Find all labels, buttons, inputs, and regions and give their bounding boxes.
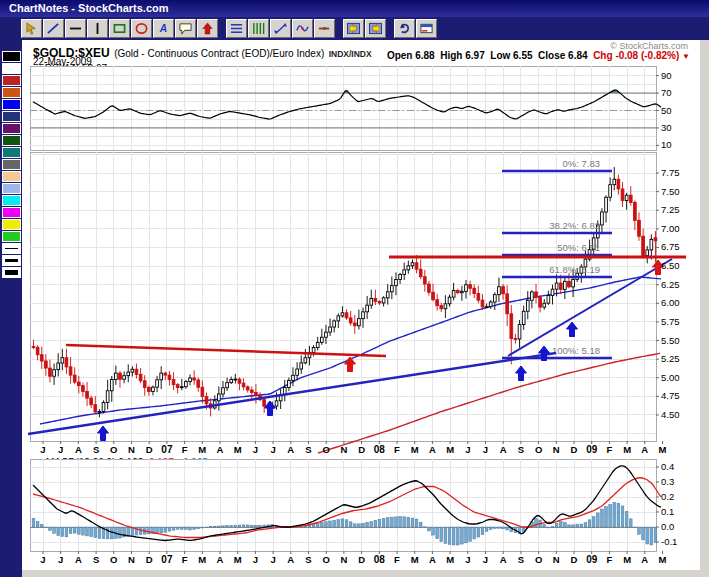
- svg-text:A: A: [75, 554, 82, 565]
- rectangle-icon: [112, 22, 127, 35]
- color-swatch-2[interactable]: [2, 75, 21, 86]
- svg-text:A: A: [429, 444, 436, 455]
- undo-button[interactable]: [394, 19, 415, 38]
- svg-text:O: O: [535, 554, 542, 565]
- svg-text:J: J: [270, 444, 275, 455]
- svg-text:N: N: [340, 554, 347, 565]
- svg-text:J: J: [40, 444, 45, 455]
- line-width-swatch-1[interactable]: [2, 255, 21, 266]
- chartnotes-window: ChartNotes - StockCharts.com A © StockCh…: [0, 0, 709, 577]
- right-margin: [700, 40, 709, 577]
- color-swatch-1[interactable]: [2, 63, 21, 74]
- arrow-annotation-tool-button[interactable]: [197, 19, 218, 38]
- pointer-tool-button[interactable]: [21, 19, 42, 38]
- ellipse-tool-button[interactable]: [131, 19, 152, 38]
- svg-text:S: S: [518, 554, 524, 565]
- svg-text:50: 50: [661, 105, 672, 116]
- shift-left-icon: [346, 22, 361, 35]
- svg-text:A: A: [217, 444, 224, 455]
- horizontal-lines-tool-button[interactable]: [226, 19, 247, 38]
- svg-text:N: N: [340, 444, 347, 455]
- color-swatch-7[interactable]: [2, 135, 21, 146]
- svg-text:M: M: [411, 554, 419, 565]
- svg-text:J: J: [58, 554, 63, 565]
- svg-text:A: A: [500, 554, 507, 565]
- line-width-swatch-2[interactable]: [2, 267, 21, 278]
- color-swatch-0[interactable]: [2, 51, 21, 62]
- svg-text:A: A: [500, 444, 507, 455]
- svg-text:M: M: [198, 444, 206, 455]
- text-tool-button[interactable]: A: [153, 19, 174, 38]
- vertical-lines-tool-button[interactable]: [248, 19, 269, 38]
- svg-text:0.1: 0.1: [661, 506, 674, 517]
- svg-text:F: F: [606, 444, 612, 455]
- measure-tool-button[interactable]: [314, 19, 335, 38]
- chart-canvas[interactable]: © StockCharts.com Open 6.88 High 6.97 Lo…: [22, 40, 700, 570]
- svg-text:N: N: [128, 444, 135, 455]
- vertical-line-icon: [90, 22, 105, 35]
- svg-text:N: N: [553, 444, 560, 455]
- svg-text:S: S: [93, 444, 99, 455]
- horizontal-line-tool-button[interactable]: [65, 19, 86, 38]
- svg-text:07: 07: [161, 554, 173, 565]
- svg-text:M: M: [446, 444, 454, 455]
- rectangle-tool-button[interactable]: [109, 19, 130, 38]
- svg-text:6.00: 6.00: [661, 297, 680, 308]
- freehand-tool-button[interactable]: [292, 19, 313, 38]
- svg-text:A: A: [159, 23, 167, 34]
- svg-text:A: A: [287, 554, 294, 565]
- svg-text:100%: 5.18: 100%: 5.18: [552, 345, 600, 356]
- svg-text:D: D: [571, 444, 578, 455]
- svg-text:F: F: [182, 444, 188, 455]
- panel-settings-icon: [419, 22, 434, 35]
- color-swatch-12[interactable]: [2, 195, 21, 206]
- window-title-bar[interactable]: ChartNotes - StockCharts.com: [0, 0, 709, 17]
- svg-text:J: J: [270, 554, 275, 565]
- color-swatch-13[interactable]: [2, 207, 21, 218]
- svg-text:D: D: [146, 554, 153, 565]
- callout-tool-button[interactable]: [175, 19, 196, 38]
- window-title: ChartNotes - StockCharts.com: [9, 2, 169, 14]
- color-swatch-6[interactable]: [2, 123, 21, 134]
- up-arrow-icon: [200, 22, 215, 35]
- annotation-toolbar: A: [0, 17, 709, 40]
- color-swatch-5[interactable]: [2, 111, 21, 122]
- shift-right-button[interactable]: [365, 19, 386, 38]
- svg-text:30: 30: [661, 122, 672, 133]
- svg-text:O: O: [323, 444, 330, 455]
- svg-text:M: M: [446, 554, 454, 565]
- chart-plot[interactable]: 0%: 7.8338.2%: 6.8250%: 6.5161.8%: 6.191…: [22, 40, 700, 570]
- color-swatch-10[interactable]: [2, 171, 21, 182]
- callout-icon: [178, 22, 193, 35]
- trendline-tool-button[interactable]: [43, 19, 64, 38]
- svg-text:61.8%: 6.19: 61.8%: 6.19: [549, 264, 600, 275]
- svg-text:09: 09: [586, 444, 598, 455]
- svg-text:O: O: [535, 444, 542, 455]
- color-swatch-14[interactable]: [2, 219, 21, 230]
- pointer-icon: [24, 22, 39, 35]
- svg-text:6.75: 6.75: [661, 241, 680, 252]
- svg-text:7.00: 7.00: [661, 223, 680, 234]
- fibonacci-tool-button[interactable]: [270, 19, 291, 38]
- svg-text:M: M: [623, 554, 631, 565]
- trendline-icon: [46, 22, 61, 35]
- vertical-line-tool-button[interactable]: [87, 19, 108, 38]
- shift-left-button[interactable]: [343, 19, 364, 38]
- panel-settings-button[interactable]: [416, 19, 437, 38]
- svg-text:08: 08: [374, 554, 386, 565]
- color-swatch-3[interactable]: [2, 87, 21, 98]
- svg-text:A: A: [641, 444, 648, 455]
- svg-text:J: J: [483, 554, 488, 565]
- color-swatch-8[interactable]: [2, 147, 21, 158]
- color-swatch-15[interactable]: [2, 231, 21, 242]
- color-swatch-11[interactable]: [2, 183, 21, 194]
- svg-text:5.50: 5.50: [661, 335, 680, 346]
- svg-text:A: A: [75, 444, 82, 455]
- color-swatch-4[interactable]: [2, 99, 21, 110]
- svg-text:M: M: [659, 554, 667, 565]
- color-swatch-9[interactable]: [2, 159, 21, 170]
- svg-text:F: F: [606, 554, 612, 565]
- svg-text:F: F: [182, 554, 188, 565]
- svg-text:N: N: [553, 554, 560, 565]
- line-width-swatch-0[interactable]: [2, 243, 21, 254]
